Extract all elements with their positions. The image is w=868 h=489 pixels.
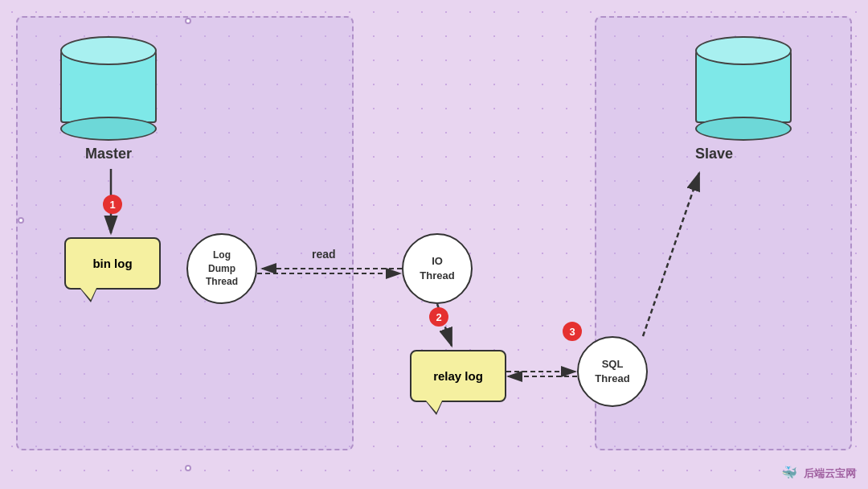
bin-log-shape: bin log bbox=[64, 237, 161, 290]
step1-badge: 1 bbox=[103, 195, 122, 214]
master-label: Master bbox=[85, 146, 132, 162]
io-thread-circle: IOThread bbox=[402, 233, 473, 304]
sql-thread-circle: SQLThread bbox=[577, 336, 648, 407]
slave-cylinder: Slave bbox=[695, 36, 792, 162]
slave-label: Slave bbox=[695, 146, 792, 162]
border-dot-bottom bbox=[185, 465, 191, 471]
relay-log-shape: relay log bbox=[410, 350, 506, 402]
bin-log-label: bin log bbox=[92, 257, 132, 270]
step2-badge: 2 bbox=[429, 307, 448, 327]
log-dump-thread-label: LogDumpThread bbox=[206, 249, 238, 289]
watermark: 🐳 后端云宝网 bbox=[781, 465, 856, 481]
border-dot-top bbox=[185, 18, 191, 24]
master-cylinder: Master bbox=[60, 36, 157, 162]
relay-log-label: relay log bbox=[433, 369, 483, 383]
sql-thread-label: SQLThread bbox=[595, 357, 629, 386]
log-dump-thread-circle: LogDumpThread bbox=[186, 233, 257, 304]
border-dot-left bbox=[18, 217, 24, 224]
step3-badge: 3 bbox=[563, 322, 582, 341]
read-label: read bbox=[312, 248, 336, 261]
io-thread-label: IOThread bbox=[420, 254, 454, 283]
